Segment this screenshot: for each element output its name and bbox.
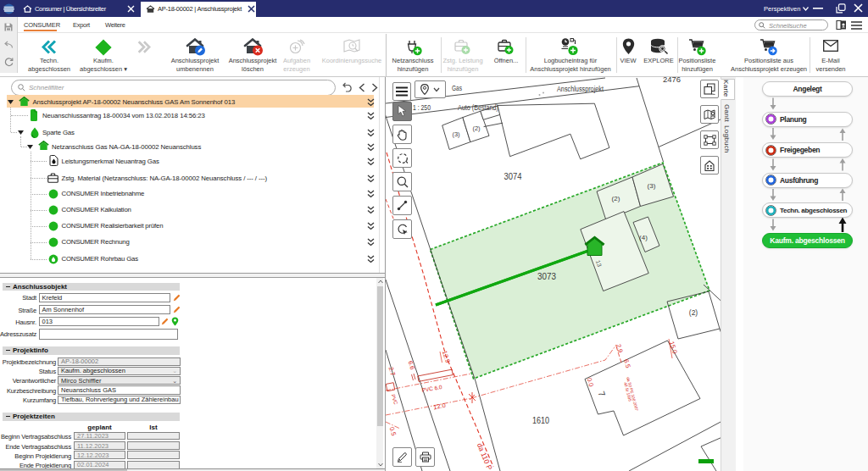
svg-text:Anschlussprojekt: Anschlussprojekt: [557, 85, 604, 93]
svg-text:3074: 3074: [504, 171, 522, 181]
svg-text:1 : 250: 1 : 250: [413, 103, 431, 112]
svg-text:3073: 3073: [537, 271, 556, 281]
svg-text:1610: 1610: [532, 416, 549, 425]
svg-text:(2): (2): [612, 195, 620, 202]
svg-text:(4): (4): [639, 234, 648, 241]
svg-text:Auto (Bestand): Auto (Bestand): [458, 103, 498, 112]
svg-text:2476: 2476: [663, 77, 681, 84]
svg-text:Gas: Gas: [452, 84, 462, 92]
svg-text:(2): (2): [472, 125, 481, 132]
svg-text:(2): (2): [689, 308, 698, 317]
svg-text:(3): (3): [452, 130, 460, 138]
svg-text:(3): (3): [648, 182, 656, 190]
